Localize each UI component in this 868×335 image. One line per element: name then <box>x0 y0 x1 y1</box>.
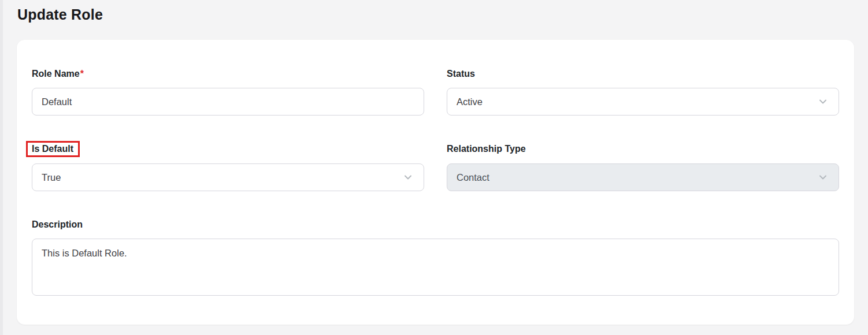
status-select[interactable]: Active <box>447 88 839 116</box>
page-title: Update Role <box>17 6 103 23</box>
role-name-label: Role Name <box>32 69 80 79</box>
role-name-input[interactable] <box>32 88 424 116</box>
description-label: Description <box>32 219 83 230</box>
sidebar-edge-strip <box>0 0 3 335</box>
role-name-field-group: Role Name* <box>32 69 424 116</box>
red-highlight-box: Is Default <box>26 141 80 157</box>
is-default-select[interactable]: True <box>32 163 424 191</box>
role-name-label-line: Role Name* <box>32 69 424 79</box>
description-label-line: Description <box>32 219 839 230</box>
status-label-line: Status <box>447 69 839 79</box>
form-row-3: Description This is Default Role. <box>32 219 839 296</box>
relationship-type-select: Contact <box>447 163 839 191</box>
form-row-1: Role Name* Status Active <box>32 69 839 116</box>
relationship-type-selected-value: Contact <box>457 172 489 183</box>
description-textarea[interactable]: This is Default Role. <box>32 239 839 296</box>
status-label: Status <box>447 69 475 79</box>
is-default-label-line: Is Default <box>32 141 424 157</box>
is-default-label: Is Default <box>32 144 73 154</box>
status-selected-value: Active <box>457 96 483 107</box>
relationship-type-field-group: Relationship Type Contact <box>447 141 839 191</box>
chevron-down-icon <box>818 172 828 183</box>
relationship-type-label-line: Relationship Type <box>447 141 839 157</box>
status-field-group: Status Active <box>447 69 839 116</box>
relationship-type-label: Relationship Type <box>447 144 526 154</box>
description-field-group: Description This is Default Role. <box>32 219 839 296</box>
form-row-2: Is Default True Relationship Type Contac… <box>32 141 839 191</box>
is-default-selected-value: True <box>42 172 61 183</box>
is-default-field-group: Is Default True <box>32 141 424 191</box>
chevron-down-icon <box>818 96 828 107</box>
chevron-down-icon <box>403 172 413 183</box>
update-role-form-card: Role Name* Status Active Is Defau <box>17 40 854 325</box>
required-asterisk: * <box>80 69 84 79</box>
